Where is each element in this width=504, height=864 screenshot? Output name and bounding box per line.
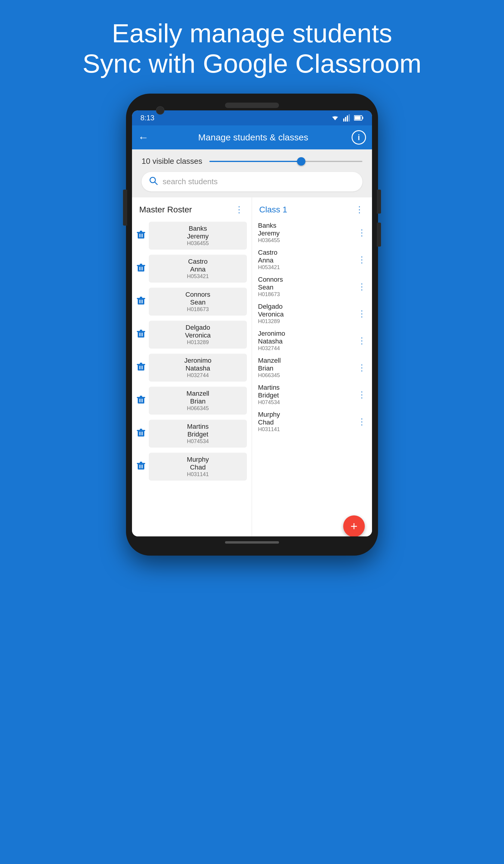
svg-rect-38 [140, 396, 142, 397]
master-roster-student-2: Castro Anna H053421 [132, 252, 252, 285]
class-student-5-more-icon[interactable]: ⋮ [355, 335, 368, 347]
controls-area: 10 visible classes search students [132, 149, 372, 197]
svg-rect-45 [142, 432, 143, 435]
slider-fill [209, 161, 301, 162]
add-student-fab[interactable]: + [343, 515, 365, 536]
back-button[interactable]: ← [138, 131, 149, 144]
power-button [377, 190, 381, 214]
class-student-5: Jeronimo Natasha H032744 ⋮ [252, 327, 372, 354]
svg-rect-39 [140, 399, 141, 402]
visible-classes-label: 10 visible classes [142, 157, 202, 166]
hero-section: Easily manage students Sync with Google … [83, 18, 421, 79]
svg-rect-50 [142, 465, 143, 468]
master-roster-student-6: Manzell Brian H066345 [132, 384, 252, 417]
home-bar-area [132, 541, 372, 544]
phone-shell: 8:13 [126, 94, 378, 555]
volume-button [123, 190, 127, 226]
status-icons [331, 114, 363, 121]
svg-rect-43 [140, 429, 142, 430]
visible-classes-row: 10 visible classes [142, 157, 362, 166]
svg-rect-15 [142, 234, 143, 237]
speaker [225, 103, 279, 108]
delete-student-3-icon[interactable] [137, 296, 145, 307]
signal-icon [343, 114, 350, 121]
class-student-4: Delgado Veronica H013289 ⋮ [252, 300, 372, 327]
class-student-3-more-icon[interactable]: ⋮ [355, 280, 368, 293]
svg-rect-21 [138, 299, 144, 304]
student-card-7: Martins Bridget H074534 [149, 420, 247, 448]
wifi-icon [331, 114, 339, 121]
battery-icon [354, 115, 363, 121]
class-student-1-more-icon[interactable]: ⋮ [355, 227, 368, 239]
master-roster-title: Master Roster [139, 205, 192, 215]
svg-rect-4 [347, 116, 348, 121]
student-card-1: Banks Jeremy H036455 [149, 222, 247, 250]
svg-rect-18 [140, 264, 142, 265]
svg-rect-24 [140, 300, 141, 303]
svg-rect-26 [138, 332, 144, 337]
svg-rect-20 [142, 267, 143, 270]
svg-rect-23 [140, 297, 142, 298]
class-student-8: Murphy Chad H031141 ⋮ [252, 408, 372, 435]
master-roster-header: Master Roster ⋮ [132, 197, 252, 219]
class-student-4-more-icon[interactable]: ⋮ [355, 308, 368, 320]
master-roster-more-icon[interactable]: ⋮ [232, 203, 246, 216]
svg-rect-34 [140, 366, 141, 369]
svg-rect-25 [142, 300, 143, 303]
class-student-8-more-icon[interactable]: ⋮ [355, 416, 368, 428]
class-student-2-more-icon[interactable]: ⋮ [355, 253, 368, 266]
svg-rect-8 [362, 117, 363, 119]
svg-line-10 [155, 182, 157, 184]
svg-rect-11 [138, 232, 144, 239]
search-icon [149, 176, 158, 187]
student-card-6: Manzell Brian H066345 [149, 387, 247, 415]
lists-container: Master Roster ⋮ [132, 197, 372, 536]
status-bar: 8:13 [132, 110, 372, 125]
svg-rect-16 [138, 265, 144, 272]
class-student-7-more-icon[interactable]: ⋮ [355, 388, 368, 401]
svg-rect-49 [140, 465, 141, 468]
hero-line1: Easily manage students [112, 18, 392, 48]
svg-rect-36 [138, 397, 144, 404]
class-list-header: Class 1 ⋮ [252, 197, 372, 219]
class-count-slider[interactable] [209, 161, 362, 162]
app-bar-title: Manage students & classes [155, 132, 352, 143]
phone-top [132, 103, 372, 108]
class-list-panel: Class 1 ⋮ Banks Jeremy H036455 ⋮ Castro … [252, 197, 372, 536]
student-card-8: Murphy Chad H031141 [149, 453, 247, 481]
class-list-title: Class 1 [259, 205, 287, 215]
search-box[interactable]: search students [142, 172, 362, 191]
delete-student-6-icon[interactable] [137, 395, 145, 406]
search-placeholder: search students [163, 177, 218, 186]
svg-rect-3 [345, 117, 346, 121]
svg-rect-40 [142, 399, 143, 402]
class-student-6-more-icon[interactable]: ⋮ [355, 361, 368, 374]
svg-rect-46 [138, 464, 144, 469]
svg-rect-31 [138, 364, 144, 371]
info-button[interactable]: i [352, 130, 366, 145]
master-roster-student-5: Jeronimo Natasha H032744 [132, 351, 252, 384]
svg-rect-28 [140, 330, 142, 331]
class-student-6: Manzell Brian H066345 ⋮ [252, 354, 372, 381]
delete-student-8-icon[interactable] [137, 461, 145, 472]
student-card-3: Connors Sean H018673 [149, 288, 247, 315]
delete-student-2-icon[interactable] [137, 263, 145, 274]
svg-rect-35 [142, 366, 143, 369]
slider-thumb [297, 157, 305, 166]
delete-student-7-icon[interactable] [137, 428, 145, 439]
svg-rect-29 [140, 333, 141, 336]
master-roster-student-4: Delgado Veronica H013289 [132, 318, 252, 351]
class-student-1: Banks Jeremy H036455 ⋮ [252, 219, 372, 246]
phone-screen: 8:13 [132, 110, 372, 536]
delete-student-5-icon[interactable] [137, 362, 145, 373]
student-card-5: Jeronimo Natasha H032744 [149, 354, 247, 382]
svg-rect-14 [140, 234, 141, 237]
delete-student-4-icon[interactable] [137, 329, 145, 340]
hero-line2: Sync with Google Classroom [83, 49, 421, 78]
svg-rect-30 [142, 333, 143, 336]
master-roster-student-3: Connors Sean H018673 [132, 285, 252, 318]
class-list-more-icon[interactable]: ⋮ [353, 203, 366, 216]
master-roster-student-1: Banks Jeremy H036455 [132, 219, 252, 252]
delete-student-1-icon[interactable] [137, 230, 145, 241]
app-bar: ← Manage students & classes i [132, 125, 372, 149]
